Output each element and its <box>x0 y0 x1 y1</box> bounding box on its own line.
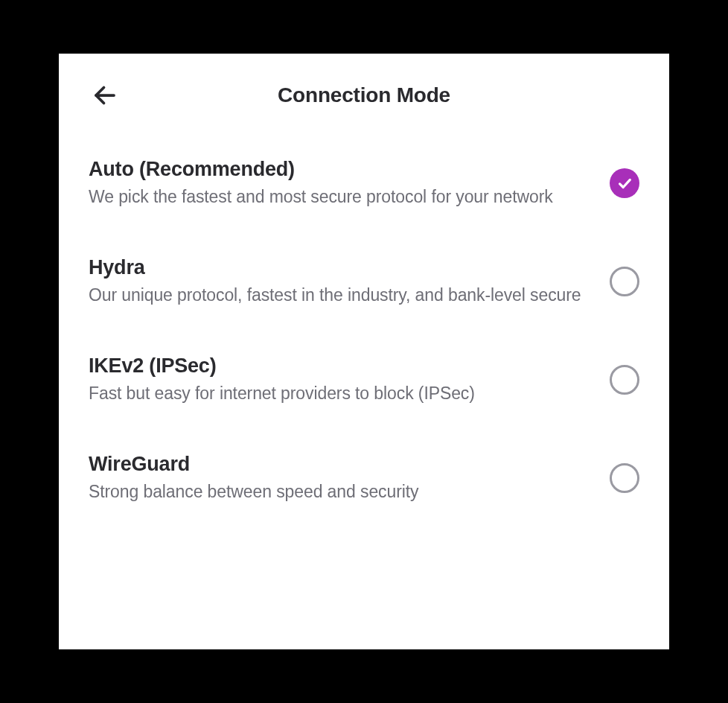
option-description: Strong balance between speed and securit… <box>89 480 592 503</box>
option-text: IKEv2 (IPSec) Fast but easy for internet… <box>89 354 592 405</box>
option-title: Hydra <box>89 256 592 279</box>
check-icon <box>616 175 633 191</box>
header: Connection Mode <box>89 77 639 113</box>
radio-selected[interactable] <box>610 168 639 198</box>
option-ikev2[interactable]: IKEv2 (IPSec) Fast but easy for internet… <box>89 354 639 405</box>
back-button[interactable] <box>89 79 121 112</box>
option-auto[interactable]: Auto (Recommended) We pick the fastest a… <box>89 158 639 209</box>
option-text: Hydra Our unique protocol, fastest in th… <box>89 256 592 307</box>
radio-unselected[interactable] <box>610 463 639 493</box>
option-description: Our unique protocol, fastest in the indu… <box>89 284 592 307</box>
connection-mode-panel: Connection Mode Auto (Recommended) We pi… <box>59 54 669 649</box>
radio-unselected[interactable] <box>610 267 639 296</box>
option-title: Auto (Recommended) <box>89 158 592 181</box>
options-list: Auto (Recommended) We pick the fastest a… <box>89 158 639 503</box>
option-description: Fast but easy for internet providers to … <box>89 382 592 405</box>
arrow-left-icon <box>92 82 118 109</box>
option-title: IKEv2 (IPSec) <box>89 354 592 378</box>
page-title: Connection Mode <box>278 83 450 107</box>
option-text: WireGuard Strong balance between speed a… <box>89 453 592 503</box>
radio-unselected[interactable] <box>610 365 639 395</box>
option-title: WireGuard <box>89 453 592 476</box>
option-description: We pick the fastest and most secure prot… <box>89 185 592 209</box>
option-wireguard[interactable]: WireGuard Strong balance between speed a… <box>89 453 639 503</box>
option-hydra[interactable]: Hydra Our unique protocol, fastest in th… <box>89 256 639 307</box>
option-text: Auto (Recommended) We pick the fastest a… <box>89 158 592 209</box>
